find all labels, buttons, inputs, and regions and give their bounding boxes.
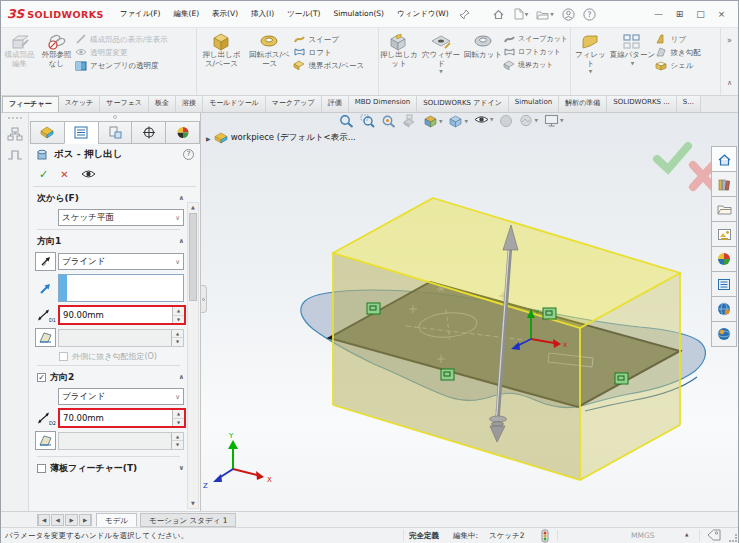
open-document-dropdown-icon[interactable]: ▼: [550, 12, 553, 17]
design-tree-icon[interactable]: [7, 127, 23, 141]
home-button[interactable]: [492, 8, 505, 20]
tree-expand-icon[interactable]: ▶: [206, 135, 211, 142]
panel-drag-handle[interactable]: [29, 113, 200, 121]
scroll-thumb[interactable]: [189, 213, 197, 301]
tab-nav-next-button[interactable]: ▶: [65, 514, 78, 526]
file-explorer-button[interactable]: [711, 196, 737, 222]
rib-button[interactable]: リブ: [655, 34, 717, 44]
loft-cut-button[interactable]: ロフトカット: [503, 47, 570, 57]
show-hide-components-button[interactable]: 構成部品の表示/非表示: [75, 34, 195, 44]
depth2-input[interactable]: [60, 410, 172, 426]
depth1-spinner[interactable]: ▲▼: [172, 307, 184, 323]
feature-manager-tab[interactable]: [30, 121, 65, 144]
tab-mbd-dimension[interactable]: MBD Dimension: [349, 96, 418, 112]
new-document-dropdown-icon[interactable]: ▼: [525, 12, 528, 17]
from-collapse-icon[interactable]: ∧: [179, 194, 184, 202]
confirm-ok-icon[interactable]: [657, 146, 688, 169]
menu-simulation[interactable]: Simulation(S): [333, 9, 384, 19]
draft1-button[interactable]: [35, 328, 56, 347]
solidworks-resources-button[interactable]: [711, 321, 737, 347]
display-style-dropdown-icon[interactable]: ▼: [464, 119, 467, 124]
panel-scrollbar[interactable]: ▲ ▼: [187, 202, 199, 509]
menu-view[interactable]: 表示(V): [212, 9, 238, 19]
tab-mold-tools[interactable]: モールドツール: [203, 96, 266, 112]
edit-component-button[interactable]: 構成部品編集: [1, 29, 38, 94]
restore-button[interactable]: ⊞: [669, 4, 690, 24]
thin-feature-checkbox[interactable]: [37, 464, 46, 473]
units-dropdown-icon[interactable]: ▲: [685, 532, 688, 537]
view-palette-button[interactable]: [711, 221, 737, 247]
no-external-references-button[interactable]: 外部参照なし: [38, 29, 75, 94]
pm-cancel-button[interactable]: ✕: [60, 169, 68, 180]
pm-preview-eye-icon[interactable]: [81, 169, 96, 179]
model-tab[interactable]: モデル: [96, 513, 137, 527]
sweep-cut-button[interactable]: スイープカット: [503, 34, 570, 44]
hole-wizard-button[interactable]: 穴ウィザード ▼: [419, 29, 463, 94]
minimize-button[interactable]: —: [648, 4, 669, 24]
view-settings-button[interactable]: ▼: [544, 114, 563, 127]
tree-root-label[interactable]: workpiece (デフォルト<表示...: [231, 132, 356, 144]
tab-markup[interactable]: マークアップ: [266, 96, 322, 112]
menu-edit[interactable]: 編集(E): [174, 9, 200, 19]
direction1-collapse-icon[interactable]: ∧: [179, 237, 184, 245]
from-section-header[interactable]: 次から(F) ∧: [33, 190, 184, 206]
menu-tools[interactable]: ツール(T): [287, 9, 320, 19]
loft-button[interactable]: ロフト: [293, 47, 377, 57]
view-orientation-button[interactable]: ▼: [423, 114, 442, 128]
draft-button[interactable]: 抜き勾配: [655, 47, 717, 57]
configuration-manager-tab[interactable]: [98, 121, 133, 144]
appearances-button[interactable]: [711, 246, 737, 272]
help-button[interactable]: ?: [583, 8, 596, 21]
apply-scene-button[interactable]: ▼: [519, 114, 537, 127]
display-style-button[interactable]: ▼: [448, 114, 467, 128]
depth2-spinner[interactable]: ▲▼: [172, 410, 184, 426]
tab-nav-last-button[interactable]: ▶: [79, 514, 92, 526]
boundary-boss-button[interactable]: 境界ボス/ベース: [293, 60, 377, 70]
extrude-cut-button[interactable]: 押し出しカット: [379, 29, 419, 94]
scroll-up-icon[interactable]: ▲: [191, 203, 195, 212]
direction2-collapse-icon[interactable]: ∧: [179, 373, 184, 381]
revolve-cut-button[interactable]: 回転カット: [463, 29, 503, 94]
display-manager-tab[interactable]: [165, 121, 200, 144]
solidworks-forum-button[interactable]: [711, 296, 737, 322]
menu-insert[interactable]: 挿入(I): [251, 9, 274, 19]
scroll-down-icon[interactable]: ▼: [191, 499, 195, 508]
draft-outward-checkbox[interactable]: [59, 352, 68, 361]
pin-menu-icon[interactable]: [459, 9, 470, 20]
reverse-direction-button[interactable]: [35, 252, 56, 271]
direction1-section-header[interactable]: 方向1 ∧: [33, 233, 184, 249]
edit-appearance-button[interactable]: [499, 114, 513, 128]
hide-show-items-button[interactable]: ▼: [474, 114, 493, 125]
tab-analysis-prep[interactable]: 解析の準備: [559, 96, 607, 112]
apply-scene-dropdown-icon[interactable]: ▼: [534, 118, 537, 123]
zoom-fit-button[interactable]: [339, 114, 354, 128]
menu-window[interactable]: ウィンドウ(W): [397, 9, 449, 19]
fillet-button[interactable]: フィレット ▼: [571, 29, 609, 94]
direction1-selection-box[interactable]: [58, 274, 184, 302]
tab-surfaces[interactable]: サーフェス: [100, 96, 149, 112]
custom-properties-button[interactable]: [711, 271, 737, 297]
tab-nav-prev-button[interactable]: ◀: [51, 514, 64, 526]
depth1-input[interactable]: [60, 307, 172, 323]
resize-grip[interactable]: [729, 534, 737, 542]
shell-button[interactable]: シェル: [655, 60, 717, 71]
user-account-button[interactable]: [562, 8, 575, 21]
tab-solidworks-more[interactable]: SOLIDWORKS ...: [607, 96, 677, 112]
confirm-cancel-icon[interactable]: [693, 165, 713, 187]
boundary-cut-button[interactable]: 境界カット: [503, 60, 570, 70]
tab-weldments[interactable]: 溶接: [176, 96, 203, 112]
linear-pattern-button[interactable]: 直線パターン ▼: [609, 29, 655, 94]
menu-file[interactable]: ファイル(F): [120, 9, 161, 19]
tab-sheet-metal[interactable]: 板金: [149, 96, 176, 112]
graphics-viewport[interactable]: Y X Y X Z: [201, 113, 738, 511]
extrude-boss-button[interactable]: 押し出しボス/ベース: [197, 29, 245, 94]
sketch-step-icon[interactable]: [7, 148, 23, 160]
pm-help-icon[interactable]: ?: [183, 149, 194, 160]
tag-icon[interactable]: [707, 529, 721, 541]
property-manager-tab[interactable]: [64, 121, 99, 144]
task-home-button[interactable]: [711, 146, 737, 172]
view-orientation-dropdown-icon[interactable]: ▼: [439, 119, 442, 124]
view-settings-dropdown-icon[interactable]: ▼: [560, 118, 563, 123]
ribbon-overflow-icon[interactable]: »: [727, 36, 732, 45]
direction1-end-condition-dropdown[interactable]: ブラインド ∨: [58, 253, 184, 270]
